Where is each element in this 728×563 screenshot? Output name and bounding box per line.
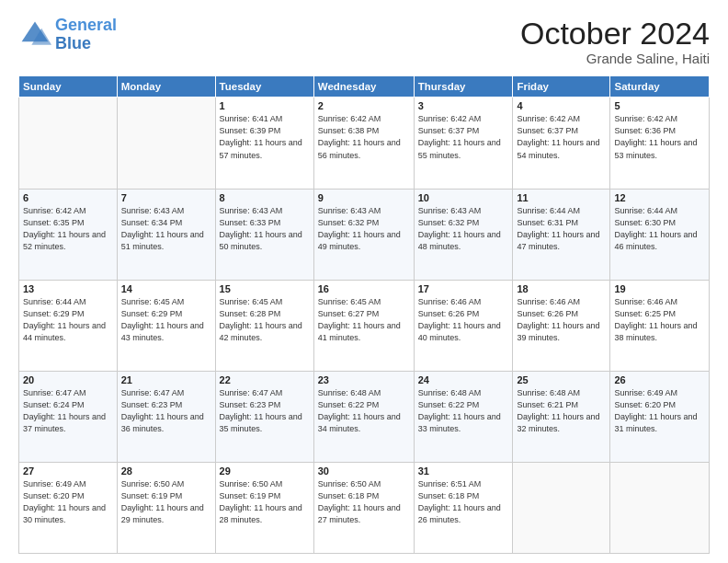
day-info: Sunrise: 6:45 AMSunset: 6:28 PMDaylight:… — [220, 296, 310, 344]
logo-text: General Blue — [55, 17, 117, 53]
day-info: Sunrise: 6:45 AMSunset: 6:27 PMDaylight:… — [318, 296, 410, 344]
day-number: 9 — [318, 192, 410, 203]
table-row: 4Sunrise: 6:42 AMSunset: 6:37 PMDaylight… — [513, 98, 610, 189]
col-wednesday: Wednesday — [313, 76, 414, 98]
calendar-week-row: 20Sunrise: 6:47 AMSunset: 6:24 PMDayligh… — [19, 371, 710, 462]
day-info: Sunrise: 6:48 AMSunset: 6:21 PMDaylight:… — [517, 387, 606, 435]
table-row: 11Sunrise: 6:44 AMSunset: 6:31 PMDayligh… — [513, 189, 610, 280]
day-number: 8 — [220, 192, 310, 203]
table-row: 8Sunrise: 6:43 AMSunset: 6:33 PMDaylight… — [215, 189, 313, 280]
day-info: Sunrise: 6:41 AMSunset: 6:39 PMDaylight:… — [220, 113, 310, 161]
table-row: 15Sunrise: 6:45 AMSunset: 6:28 PMDayligh… — [215, 280, 313, 371]
day-info: Sunrise: 6:50 AMSunset: 6:19 PMDaylight:… — [121, 478, 211, 526]
table-row — [513, 462, 610, 553]
page: General Blue October 2024 Grande Saline,… — [0, 0, 728, 563]
day-info: Sunrise: 6:43 AMSunset: 6:34 PMDaylight:… — [121, 205, 211, 253]
day-number: 3 — [418, 100, 509, 111]
day-number: 15 — [220, 283, 310, 294]
table-row: 29Sunrise: 6:50 AMSunset: 6:19 PMDayligh… — [215, 462, 313, 553]
col-friday: Friday — [513, 76, 610, 98]
day-number: 14 — [121, 283, 211, 294]
col-thursday: Thursday — [414, 76, 513, 98]
day-number: 21 — [121, 374, 211, 385]
col-sunday: Sunday — [19, 76, 118, 98]
day-info: Sunrise: 6:46 AMSunset: 6:26 PMDaylight:… — [517, 296, 606, 344]
table-row: 31Sunrise: 6:51 AMSunset: 6:18 PMDayligh… — [414, 462, 513, 553]
table-row: 10Sunrise: 6:43 AMSunset: 6:32 PMDayligh… — [414, 189, 513, 280]
day-number: 17 — [418, 283, 509, 294]
table-row — [19, 98, 118, 189]
day-info: Sunrise: 6:44 AMSunset: 6:29 PMDaylight:… — [23, 296, 113, 344]
day-info: Sunrise: 6:46 AMSunset: 6:26 PMDaylight:… — [418, 296, 509, 344]
day-info: Sunrise: 6:46 AMSunset: 6:25 PMDaylight:… — [614, 296, 705, 344]
table-row: 6Sunrise: 6:42 AMSunset: 6:35 PMDaylight… — [19, 189, 118, 280]
calendar-week-row: 1Sunrise: 6:41 AMSunset: 6:39 PMDaylight… — [19, 98, 710, 189]
day-info: Sunrise: 6:48 AMSunset: 6:22 PMDaylight:… — [418, 387, 509, 435]
table-row: 24Sunrise: 6:48 AMSunset: 6:22 PMDayligh… — [414, 371, 513, 462]
table-row: 23Sunrise: 6:48 AMSunset: 6:22 PMDayligh… — [313, 371, 414, 462]
table-row: 25Sunrise: 6:48 AMSunset: 6:21 PMDayligh… — [513, 371, 610, 462]
day-info: Sunrise: 6:42 AMSunset: 6:38 PMDaylight:… — [318, 113, 410, 161]
table-row: 1Sunrise: 6:41 AMSunset: 6:39 PMDaylight… — [215, 98, 313, 189]
calendar-week-row: 27Sunrise: 6:49 AMSunset: 6:20 PMDayligh… — [19, 462, 710, 553]
day-number: 10 — [418, 192, 509, 203]
table-row: 16Sunrise: 6:45 AMSunset: 6:27 PMDayligh… — [313, 280, 414, 371]
table-row — [117, 98, 215, 189]
table-row: 30Sunrise: 6:50 AMSunset: 6:18 PMDayligh… — [313, 462, 414, 553]
day-number: 4 — [517, 100, 606, 111]
day-info: Sunrise: 6:47 AMSunset: 6:24 PMDaylight:… — [23, 387, 113, 435]
logo-icon — [18, 18, 51, 52]
table-row: 22Sunrise: 6:47 AMSunset: 6:23 PMDayligh… — [215, 371, 313, 462]
table-row — [610, 462, 710, 553]
col-tuesday: Tuesday — [215, 76, 313, 98]
day-info: Sunrise: 6:42 AMSunset: 6:37 PMDaylight:… — [418, 113, 509, 161]
day-info: Sunrise: 6:51 AMSunset: 6:18 PMDaylight:… — [418, 478, 509, 526]
day-info: Sunrise: 6:43 AMSunset: 6:32 PMDaylight:… — [418, 205, 509, 253]
calendar-week-row: 13Sunrise: 6:44 AMSunset: 6:29 PMDayligh… — [19, 280, 710, 371]
day-number: 20 — [23, 374, 113, 385]
day-number: 18 — [517, 283, 606, 294]
day-info: Sunrise: 6:43 AMSunset: 6:32 PMDaylight:… — [318, 205, 410, 253]
day-number: 6 — [23, 192, 113, 203]
col-monday: Monday — [117, 76, 215, 98]
title-block: October 2024 Grande Saline, Haiti — [520, 17, 710, 66]
table-row: 21Sunrise: 6:47 AMSunset: 6:23 PMDayligh… — [117, 371, 215, 462]
day-info: Sunrise: 6:48 AMSunset: 6:22 PMDaylight:… — [318, 387, 410, 435]
day-info: Sunrise: 6:45 AMSunset: 6:29 PMDaylight:… — [121, 296, 211, 344]
day-number: 23 — [318, 374, 410, 385]
table-row: 2Sunrise: 6:42 AMSunset: 6:38 PMDaylight… — [313, 98, 414, 189]
day-number: 12 — [614, 192, 705, 203]
day-number: 2 — [318, 100, 410, 111]
table-row: 18Sunrise: 6:46 AMSunset: 6:26 PMDayligh… — [513, 280, 610, 371]
day-info: Sunrise: 6:42 AMSunset: 6:35 PMDaylight:… — [23, 205, 113, 253]
location-title: Grande Saline, Haiti — [520, 51, 710, 66]
table-row: 14Sunrise: 6:45 AMSunset: 6:29 PMDayligh… — [117, 280, 215, 371]
day-number: 22 — [220, 374, 310, 385]
table-row: 19Sunrise: 6:46 AMSunset: 6:25 PMDayligh… — [610, 280, 710, 371]
table-row: 9Sunrise: 6:43 AMSunset: 6:32 PMDaylight… — [313, 189, 414, 280]
day-number: 1 — [220, 100, 310, 111]
table-row: 5Sunrise: 6:42 AMSunset: 6:36 PMDaylight… — [610, 98, 710, 189]
table-row: 26Sunrise: 6:49 AMSunset: 6:20 PMDayligh… — [610, 371, 710, 462]
calendar-table: Sunday Monday Tuesday Wednesday Thursday… — [18, 75, 710, 554]
table-row: 13Sunrise: 6:44 AMSunset: 6:29 PMDayligh… — [19, 280, 118, 371]
day-info: Sunrise: 6:50 AMSunset: 6:18 PMDaylight:… — [318, 478, 410, 526]
day-number: 5 — [614, 100, 705, 111]
day-info: Sunrise: 6:47 AMSunset: 6:23 PMDaylight:… — [121, 387, 211, 435]
day-info: Sunrise: 6:47 AMSunset: 6:23 PMDaylight:… — [220, 387, 310, 435]
day-number: 30 — [318, 465, 410, 477]
day-info: Sunrise: 6:44 AMSunset: 6:31 PMDaylight:… — [517, 205, 606, 253]
day-number: 25 — [517, 374, 606, 385]
calendar-header-row: Sunday Monday Tuesday Wednesday Thursday… — [19, 76, 710, 98]
day-number: 19 — [614, 283, 705, 294]
day-number: 28 — [121, 465, 211, 477]
table-row: 7Sunrise: 6:43 AMSunset: 6:34 PMDaylight… — [117, 189, 215, 280]
table-row: 20Sunrise: 6:47 AMSunset: 6:24 PMDayligh… — [19, 371, 118, 462]
day-info: Sunrise: 6:42 AMSunset: 6:37 PMDaylight:… — [517, 113, 606, 161]
table-row: 17Sunrise: 6:46 AMSunset: 6:26 PMDayligh… — [414, 280, 513, 371]
day-number: 31 — [418, 465, 509, 477]
day-number: 13 — [23, 283, 113, 294]
day-info: Sunrise: 6:49 AMSunset: 6:20 PMDaylight:… — [614, 387, 705, 435]
month-title: October 2024 — [520, 17, 710, 51]
day-number: 29 — [220, 465, 310, 477]
